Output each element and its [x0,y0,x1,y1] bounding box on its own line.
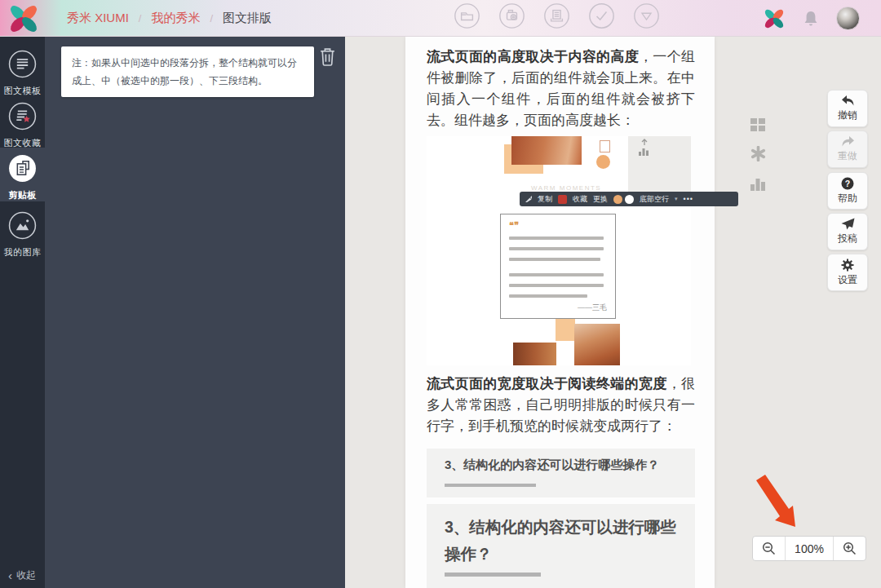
paragraph-flow-width[interactable]: 流式页面的宽度取决于阅读终端的宽度，很多人常常困惑，自己明明排版的时候只有一行字… [427,374,695,437]
submit-label: 投稿 [838,232,857,245]
mini-favorite-label: 收藏 [573,194,587,205]
sidebar-item-clipboard[interactable]: 剪贴板 [0,148,45,201]
sidebar-item-favorites[interactable]: 图文收藏 [0,95,45,148]
svg-text:?: ? [845,178,850,188]
gear-icon [841,259,854,272]
trash-icon[interactable] [318,46,337,69]
collapse-button[interactable]: ‹ 收起 [8,568,36,582]
embedded-quote-card: ❝❞ ——三毛 [500,214,616,319]
breadcrumb: 秀米 XIUMI / 我的秀米 / 图文排版 [67,0,272,37]
paragraph-bold-lead: 流式页面的宽度取决于阅读终端的宽度 [427,376,667,391]
folder-button[interactable] [454,2,480,29]
undo-button[interactable]: 撤销 [827,90,868,127]
redo-label: 重做 [838,149,857,163]
header-toolbar [454,2,660,29]
quote-attribution: ——三毛 [509,303,607,313]
left-sidebar: 图文模板 图文收藏 剪贴板 我的图库 ‹ 收起 [0,37,45,588]
copier-button[interactable] [498,2,525,29]
decor-photo-bottom-right [574,324,620,365]
submit-button[interactable]: 投稿 [827,213,868,250]
heading-text: 3、结构化的内容还可以进行哪些操作？ [445,458,659,473]
zoom-out-button[interactable] [753,537,786,560]
breadcrumb-current-page: 图文排版 [223,11,272,26]
zoom-in-icon [843,542,857,555]
decor-side-panel [628,136,691,192]
settings-button[interactable]: 设置 [827,254,868,291]
quote-text-line [509,294,587,298]
breadcrumb-my-xiumi[interactable]: 我的秀米 [151,11,200,26]
document-lines-icon [7,49,38,79]
mini-color-swatch-orange [613,195,622,204]
undo-label: 撤销 [838,108,857,122]
redo-arrow-icon [841,135,855,148]
top-header: 秀米 XIUMI / 我的秀米 / 图文排版 [0,0,881,37]
xiumi-home-icon[interactable] [763,7,786,30]
zoom-control: 100% [752,536,866,561]
settings-label: 设置 [838,273,857,287]
document-canvas: 流式页面的高度取决于内容的高度，一个组件被删除了，后面的组件就会顶上来。在中间插… [405,37,715,588]
mini-bottom-blank-label: 底部空行 [640,194,669,205]
heading-block-small[interactable]: 3、结构化的内容还可以进行哪些操作？ [427,449,695,497]
help-label: 帮助 [838,192,857,206]
pen-icon [525,196,532,202]
mini-replace-label: 更换 [593,194,608,205]
undo-arrow-icon [841,95,855,107]
decor-orange-square-bottom [556,319,575,341]
clipboard-icon [7,153,38,183]
quote-text-line [509,273,604,277]
sidebar-item-templates[interactable]: 图文模板 [0,43,45,95]
mini-color-swatch-white [625,195,634,204]
heading-underline [445,573,541,577]
embedded-screenshot-image[interactable]: WARM MOMENTS 复制 收藏 更换 底部空行 ▾ ••• ❝❞ ——三毛 [427,136,691,365]
sidebar-item-label: 剪贴板 [0,189,45,201]
mini-more-label: ••• [684,195,693,203]
embedded-mini-toolbar: 复制 收藏 更换 底部空行 ▾ ••• [520,192,738,206]
avatar[interactable] [836,7,860,30]
grid-layout-icon[interactable] [750,118,765,135]
breadcrumb-separator: / [139,12,142,24]
document-star-icon [7,101,38,131]
sidebar-item-label: 我的图库 [0,246,45,259]
clipboard-panel: 注：如果从中间选中的段落分拆，整个结构就可以分成上、中（被选中的那一段）、下三段… [45,37,345,588]
zoom-in-button[interactable] [833,537,866,560]
decor-photo-top [511,136,582,165]
quote-text-line [509,247,604,251]
paper-plane-icon [841,218,855,230]
annotation-arrow-icon [756,475,804,535]
bar-chart-icon[interactable] [750,176,766,194]
breadcrumb-separator: / [210,12,213,24]
mini-caret-icon: ▾ [675,196,678,202]
image-gallery-icon [7,210,38,241]
asterisk-icon[interactable] [750,146,766,165]
export-document-button[interactable] [543,2,570,29]
dropdown-triangle-button[interactable] [633,2,660,29]
decor-orange-dot [596,155,610,169]
sidebar-item-gallery[interactable]: 我的图库 [0,205,45,257]
help-button[interactable]: ? 帮助 [827,172,868,210]
mini-copy-label: 复制 [538,194,552,205]
decor-tag-badge [600,140,610,153]
canvas-tool-icons [750,118,766,194]
xiumi-logo-icon[interactable] [7,2,40,35]
quote-text-line [509,284,604,288]
heading-underline [445,484,536,487]
zoom-out-icon [762,542,776,555]
bell-icon[interactable] [804,11,818,27]
check-button[interactable] [588,2,615,29]
paragraph-flow-height[interactable]: 流式页面的高度取决于内容的高度，一个组件被删除了，后面的组件就会顶上来。在中间插… [427,46,695,131]
quote-marks: ❝❞ [509,221,607,229]
question-mark-icon: ? [841,177,854,190]
collapse-label: 收起 [16,568,36,582]
breadcrumb-brand[interactable]: 秀米 XIUMI [67,11,129,26]
watermark-text: WARM MOMENTS [531,184,601,192]
quote-text-line [509,237,604,241]
heading-text: 3、结构化的内容还可以进行哪些操作？ [445,514,681,568]
mini-red-badge-icon [558,195,567,204]
clipboard-note-card[interactable]: 注：如果从中间选中的段落分拆，整个结构就可以分成上、中（被选中的那一段）、下三段… [61,46,314,97]
redo-button[interactable]: 重做 [827,130,868,168]
zoom-level-label: 100% [786,537,833,560]
chevron-left-icon: ‹ [8,571,12,581]
paragraph-bold-lead: 流式页面的高度取决于内容的高度 [427,49,639,64]
heading-block-large[interactable]: 3、结构化的内容还可以进行哪些操作？ [427,504,695,588]
decor-photo-bottom-left [513,343,556,365]
